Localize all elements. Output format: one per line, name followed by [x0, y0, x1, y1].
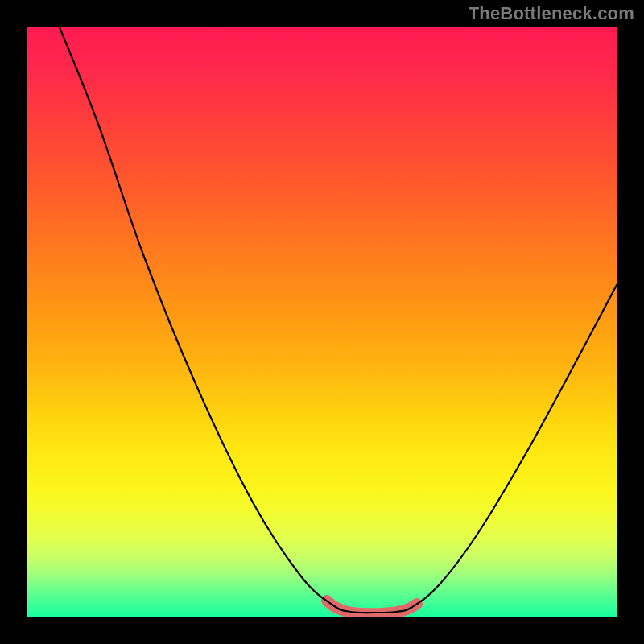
watermark-text: TheBottleneck.com [469, 3, 634, 24]
bottleneck-curve-path [60, 27, 617, 613]
curve-layer [27, 27, 617, 617]
plot-area [27, 27, 617, 617]
chart-stage: TheBottleneck.com [0, 0, 644, 644]
